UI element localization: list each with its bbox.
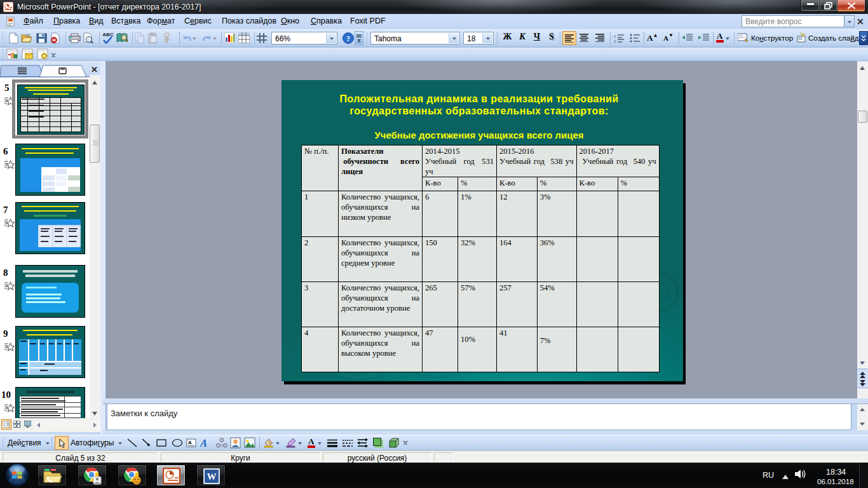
svg-text:W: W bbox=[207, 471, 217, 482]
svg-text:A: A bbox=[200, 437, 208, 449]
svg-text:1: 1 bbox=[614, 34, 616, 38]
svg-text:A: A bbox=[188, 440, 192, 445]
svg-text:?: ? bbox=[346, 34, 350, 43]
svg-text:2: 2 bbox=[614, 39, 616, 43]
